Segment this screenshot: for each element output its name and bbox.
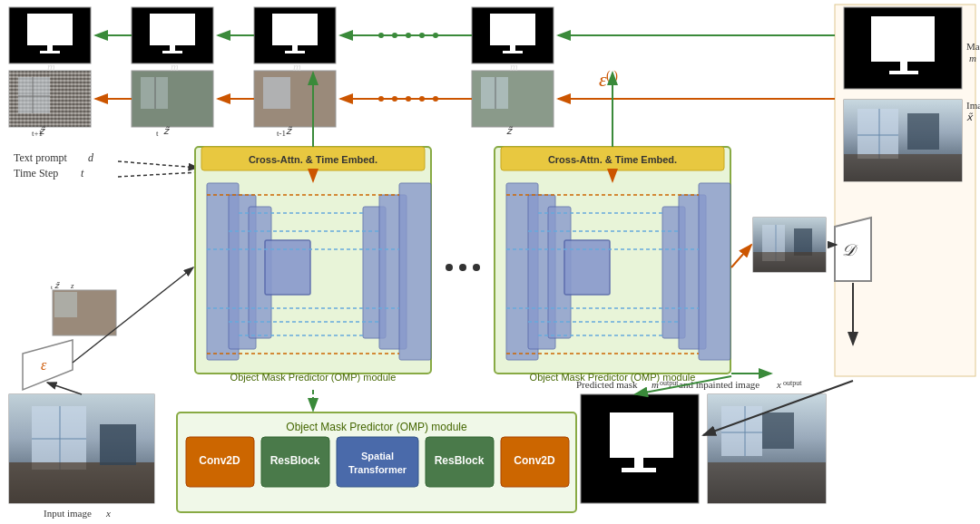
svg-rect-123 xyxy=(53,290,116,335)
svg-rect-143 xyxy=(753,218,826,272)
svg-rect-72 xyxy=(201,147,425,170)
svg-rect-178 xyxy=(744,406,746,456)
svg-rect-99 xyxy=(528,195,555,349)
svg-rect-46 xyxy=(481,77,508,109)
svg-text:x̃: x̃ xyxy=(966,112,974,122)
svg-point-43 xyxy=(419,96,425,102)
svg-rect-95 xyxy=(501,147,724,170)
svg-rect-25 xyxy=(889,71,918,74)
svg-rect-136 xyxy=(858,134,898,136)
svg-rect-35 xyxy=(132,71,213,127)
svg-rect-100 xyxy=(548,207,571,338)
svg-rect-120 xyxy=(100,424,136,465)
svg-text:Mask: Mask xyxy=(966,41,980,52)
svg-text:m: m xyxy=(293,61,301,73)
svg-rect-81 xyxy=(399,183,431,360)
svg-point-17 xyxy=(433,33,438,38)
svg-rect-124 xyxy=(54,292,77,317)
svg-text:d: d xyxy=(88,151,94,164)
svg-text:Object Mask Predictor (OMP) mo: Object Mask Predictor (OMP) module xyxy=(530,372,696,383)
svg-rect-133 xyxy=(844,100,962,181)
svg-line-188 xyxy=(703,381,853,435)
svg-rect-181 xyxy=(708,462,826,503)
svg-point-40 xyxy=(378,96,384,102)
svg-line-189 xyxy=(635,376,731,394)
svg-text:Object Mask Predictor (OMP) mo: Object Mask Predictor (OMP) module xyxy=(286,421,467,433)
svg-rect-138 xyxy=(844,154,962,181)
svg-rect-148 xyxy=(753,252,826,272)
svg-text:m: m xyxy=(652,379,659,390)
svg-point-13 xyxy=(378,33,384,38)
svg-rect-137 xyxy=(907,113,939,150)
svg-text:z̃: z̃ xyxy=(39,125,46,136)
svg-rect-176 xyxy=(708,394,826,503)
svg-text:z̃: z̃ xyxy=(506,125,514,136)
svg-rect-19 xyxy=(490,14,535,45)
svg-point-41 xyxy=(392,96,397,102)
svg-point-93 xyxy=(473,264,480,271)
svg-text:Time Step: Time Step xyxy=(14,167,58,180)
svg-text:output: output xyxy=(783,379,802,387)
svg-rect-11 xyxy=(292,45,298,53)
svg-rect-33 xyxy=(32,77,34,113)
svg-text:Object Mask Predictor (OMP) mo: Object Mask Predictor (OMP) module xyxy=(230,372,397,383)
svg-text:t-1: t-1 xyxy=(277,129,286,138)
svg-rect-146 xyxy=(775,225,777,261)
svg-text:ε: ε xyxy=(599,68,607,91)
svg-rect-5 xyxy=(132,7,213,63)
svg-rect-36 xyxy=(141,77,168,109)
svg-text:Predicted mask: Predicted mask xyxy=(576,379,638,390)
svg-rect-21 xyxy=(503,51,523,53)
svg-text:m: m xyxy=(969,53,976,63)
svg-rect-135 xyxy=(878,109,880,159)
svg-rect-145 xyxy=(762,225,785,261)
svg-text:Transformer: Transformer xyxy=(348,464,407,475)
svg-line-130 xyxy=(47,383,82,394)
svg-rect-47 xyxy=(495,77,496,109)
svg-rect-24 xyxy=(900,62,907,73)
svg-line-70 xyxy=(118,172,198,177)
svg-rect-177 xyxy=(721,406,762,456)
svg-rect-38 xyxy=(254,71,336,127)
svg-rect-12 xyxy=(285,51,305,53)
svg-text:m: m xyxy=(171,61,179,73)
svg-text:Cross-Attn. & Time Embed.: Cross-Attn. & Time Embed. xyxy=(548,154,677,165)
svg-rect-144 xyxy=(753,218,826,272)
svg-text:and inpainted image: and inpainted image xyxy=(679,379,760,390)
svg-rect-116 xyxy=(32,406,86,470)
svg-text:ResBlock: ResBlock xyxy=(435,454,485,467)
svg-text:ResBlock: ResBlock xyxy=(270,454,320,467)
svg-rect-94 xyxy=(495,147,730,374)
svg-rect-172 xyxy=(610,412,673,458)
svg-point-16 xyxy=(419,33,425,38)
svg-rect-30 xyxy=(9,71,91,127)
svg-text:Image: Image xyxy=(966,100,980,111)
svg-rect-71 xyxy=(195,147,431,374)
main-container: ε (·) z̃ t+1 z̃ t z̃ t-1 z̃ m m m m Text… xyxy=(0,0,980,524)
svg-text:m: m xyxy=(510,61,518,73)
svg-rect-179 xyxy=(721,432,762,433)
svg-rect-4 xyxy=(40,51,60,53)
svg-rect-10 xyxy=(272,14,318,45)
svg-text:𝒟: 𝒟 xyxy=(841,241,858,259)
svg-rect-180 xyxy=(762,412,794,449)
svg-rect-9 xyxy=(254,7,336,63)
svg-rect-0 xyxy=(835,5,975,376)
svg-text:t: t xyxy=(51,284,53,291)
svg-rect-6 xyxy=(150,14,195,45)
svg-text:output: output xyxy=(660,379,679,387)
svg-text:z: z xyxy=(70,281,74,290)
svg-rect-161 xyxy=(261,437,329,487)
svg-rect-2 xyxy=(27,14,73,45)
svg-rect-147 xyxy=(794,228,812,256)
svg-text:z̃: z̃ xyxy=(54,281,60,290)
svg-rect-22 xyxy=(844,7,962,89)
svg-rect-134 xyxy=(858,109,898,159)
svg-rect-114 xyxy=(9,394,154,503)
svg-rect-115 xyxy=(9,394,154,503)
svg-text:Text prompt: Text prompt xyxy=(14,151,67,164)
svg-rect-3 xyxy=(47,45,53,53)
svg-rect-1 xyxy=(9,7,91,63)
svg-rect-98 xyxy=(506,183,538,360)
svg-text:t: t xyxy=(156,129,159,138)
